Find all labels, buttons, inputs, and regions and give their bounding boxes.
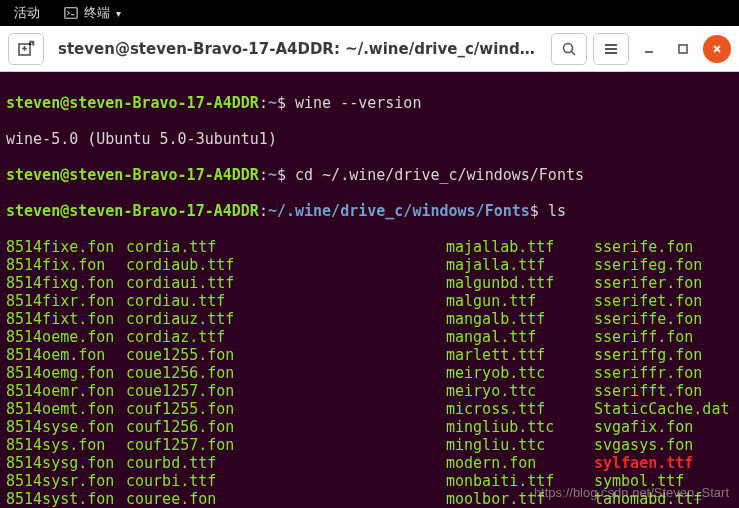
- file-entry: cordiaub.ttf: [126, 256, 446, 274]
- file-entry: 8514fixr.fon: [6, 292, 126, 310]
- prompt-user: steven@steven-Bravo-17-A4DDR: [6, 166, 259, 184]
- file-entry: 8514syse.fon: [6, 418, 126, 436]
- svg-rect-5: [679, 45, 687, 53]
- activities-label: 活动: [14, 4, 40, 22]
- file-entry: sserifet.fon: [594, 292, 729, 310]
- file-entry: mingliu.ttc: [446, 436, 594, 454]
- close-icon: [711, 43, 723, 55]
- app-menu[interactable]: 终端 ▾: [64, 4, 121, 22]
- prompt-line: steven@steven-Bravo-17-A4DDR:~$ wine --v…: [6, 94, 733, 112]
- file-entry: cordiaui.ttf: [126, 274, 446, 292]
- terminal-app-icon: [64, 6, 78, 20]
- file-entry: couf1256.fon: [126, 418, 446, 436]
- file-entry: coue1256.fon: [126, 364, 446, 382]
- file-entry: majalla.ttf: [446, 256, 594, 274]
- prompt-path: ~: [268, 94, 277, 112]
- file-entry: moolbor.ttf: [446, 490, 594, 508]
- file-entry: sseriff.fon: [594, 328, 729, 346]
- prompt-user: steven@steven-Bravo-17-A4DDR: [6, 94, 259, 112]
- file-entry: cordiauz.ttf: [126, 310, 446, 328]
- file-entry: sserifeg.fon: [594, 256, 729, 274]
- hamburger-icon: [603, 41, 619, 57]
- prompt-path: ~: [268, 166, 277, 184]
- file-entry: mingliub.ttc: [446, 418, 594, 436]
- file-entry: micross.ttf: [446, 400, 594, 418]
- gnome-topbar: 活动 终端 ▾: [0, 0, 739, 26]
- file-entry: 8514sys.fon: [6, 436, 126, 454]
- prompt-sep: :: [259, 94, 268, 112]
- command-text: ls: [548, 202, 566, 220]
- file-entry: cordia.ttf: [126, 238, 446, 256]
- prompt-line: steven@steven-Bravo-17-A4DDR:~$ cd ~/.wi…: [6, 166, 733, 184]
- file-entry: 8514fix.fon: [6, 256, 126, 274]
- svg-rect-0: [65, 8, 77, 19]
- file-entry: cordiaz.ttf: [126, 328, 446, 346]
- file-entry: sserifer.fon: [594, 274, 729, 292]
- file-entry: malgunbd.ttf: [446, 274, 594, 292]
- file-entry: 8514sysg.fon: [6, 454, 126, 472]
- svg-line-3: [572, 51, 576, 55]
- app-menu-label: 终端: [84, 4, 110, 22]
- prompt-line: steven@steven-Bravo-17-A4DDR:~/.wine/dri…: [6, 202, 733, 220]
- minimize-icon: [643, 43, 655, 55]
- file-entry: svgasys.fon: [594, 436, 729, 454]
- file-entry: mangalb.ttf: [446, 310, 594, 328]
- file-entry: malgun.ttf: [446, 292, 594, 310]
- command-text: wine --version: [295, 94, 421, 112]
- file-entry: monbaiti.ttf: [446, 472, 594, 490]
- window-title: steven@steven-Bravo-17-A4DDR: ~/.wine/dr…: [52, 40, 543, 58]
- file-entry: StaticCache.dat: [594, 400, 729, 418]
- file-entry: 8514oemt.fon: [6, 400, 126, 418]
- file-entry: sseriffr.fon: [594, 364, 729, 382]
- search-icon: [561, 41, 577, 57]
- file-entry: marlett.ttf: [446, 346, 594, 364]
- command-output: wine-5.0 (Ubuntu 5.0-3ubuntu1): [6, 130, 733, 148]
- menu-button[interactable]: [593, 33, 629, 65]
- new-tab-button[interactable]: [8, 33, 44, 65]
- file-entry: symbol.ttf: [594, 472, 729, 490]
- file-entry: meiryob.ttc: [446, 364, 594, 382]
- file-entry: modern.fon: [446, 454, 594, 472]
- chevron-down-icon: ▾: [116, 8, 121, 19]
- file-entry: tahomabd.ttf: [594, 490, 729, 508]
- file-entry: couf1257.fon: [126, 436, 446, 454]
- maximize-button[interactable]: [669, 35, 697, 63]
- file-entry: sylfaen.ttf: [594, 454, 729, 472]
- prompt-dollar: $: [277, 94, 286, 112]
- file-entry: 8514fixt.fon: [6, 310, 126, 328]
- activities-button[interactable]: 活动: [14, 4, 40, 22]
- command-text: cd ~/.wine/drive_c/windows/Fonts: [295, 166, 584, 184]
- file-entry: sserife.fon: [594, 238, 729, 256]
- file-entry: svgafix.fon: [594, 418, 729, 436]
- ls-output: 8514fixe.fon8514fix.fon8514fixg.fon8514f…: [6, 238, 733, 508]
- file-entry: couree.fon: [126, 490, 446, 508]
- new-tab-icon: [17, 40, 35, 58]
- file-entry: majallab.ttf: [446, 238, 594, 256]
- file-entry: 8514syst.fon: [6, 490, 126, 508]
- prompt-user: steven@steven-Bravo-17-A4DDR: [6, 202, 259, 220]
- close-button[interactable]: [703, 35, 731, 63]
- file-entry: 8514oem.fon: [6, 346, 126, 364]
- file-entry: 8514fixg.fon: [6, 274, 126, 292]
- minimize-button[interactable]: [635, 35, 663, 63]
- file-entry: coue1257.fon: [126, 382, 446, 400]
- maximize-icon: [677, 43, 689, 55]
- file-entry: 8514oemg.fon: [6, 364, 126, 382]
- file-entry: sserifft.fon: [594, 382, 729, 400]
- search-button[interactable]: [551, 33, 587, 65]
- file-entry: meiryo.ttc: [446, 382, 594, 400]
- file-entry: 8514sysr.fon: [6, 472, 126, 490]
- file-entry: 8514fixe.fon: [6, 238, 126, 256]
- file-entry: 8514oemr.fon: [6, 382, 126, 400]
- file-entry: courbd.ttf: [126, 454, 446, 472]
- file-entry: mangal.ttf: [446, 328, 594, 346]
- file-entry: sseriffg.fon: [594, 346, 729, 364]
- terminal-output[interactable]: steven@steven-Bravo-17-A4DDR:~$ wine --v…: [0, 72, 739, 508]
- svg-point-2: [564, 43, 573, 52]
- file-entry: coue1255.fon: [126, 346, 446, 364]
- file-entry: cordiau.ttf: [126, 292, 446, 310]
- file-entry: couf1255.fon: [126, 400, 446, 418]
- file-entry: 8514oeme.fon: [6, 328, 126, 346]
- file-entry: courbi.ttf: [126, 472, 446, 490]
- file-entry: sseriffe.fon: [594, 310, 729, 328]
